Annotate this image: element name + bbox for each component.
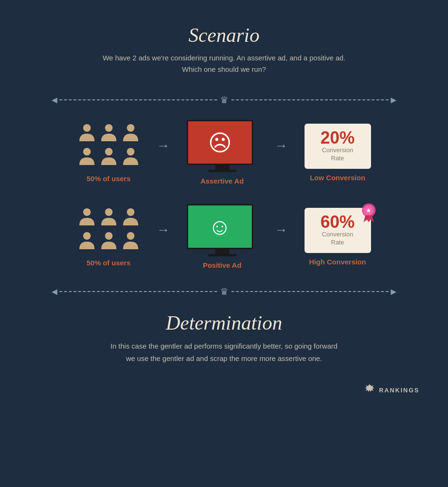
svg-point-3 bbox=[83, 148, 91, 156]
assertive-monitor-screen: ☹ bbox=[187, 120, 253, 165]
positive-monitor-group: ☺ Positive Ad bbox=[187, 204, 258, 269]
positive-conversion-percent: 60% bbox=[320, 214, 354, 231]
user-icon-12 bbox=[121, 230, 140, 251]
positive-users-group: 50% of users bbox=[77, 206, 140, 267]
user-icon-3 bbox=[121, 122, 140, 143]
arrow-right-icon: ► bbox=[389, 95, 398, 106]
assertive-conversion-group: 20% ConversionRate Low Conversion bbox=[305, 124, 371, 182]
positive-monitor-screen: ☺ bbox=[187, 204, 253, 249]
page-wrapper: Scenario We have 2 ads we're considering… bbox=[0, 0, 448, 416]
svg-point-5 bbox=[127, 148, 134, 156]
assertive-conversion-percent: 20% bbox=[320, 129, 354, 146]
svg-point-7 bbox=[105, 208, 113, 216]
assertive-monitor-group: ☹ Assertive Ad bbox=[187, 120, 258, 185]
svg-point-11 bbox=[127, 232, 134, 240]
positive-smiley: ☺ bbox=[208, 214, 231, 240]
svg-text:★: ★ bbox=[366, 207, 372, 214]
positive-monitor-label: Positive Ad bbox=[203, 261, 241, 269]
top-divider: ◄ ♛ ► bbox=[50, 94, 399, 106]
bottom-arrow-left-icon: ◄ bbox=[50, 286, 59, 297]
assertive-monitor-base bbox=[208, 170, 237, 172]
assertive-monitor-container: ☹ bbox=[187, 120, 258, 172]
svg-point-2 bbox=[127, 124, 134, 132]
bottom-arrow-right-icon: ► bbox=[389, 286, 398, 297]
positive-flow-arrow-1: → bbox=[157, 222, 170, 237]
rankings-logo-icon bbox=[364, 383, 375, 397]
positive-conversion-group: ★ 60% ConversionRate High Conversion bbox=[305, 208, 371, 266]
bottom-divider-line-left bbox=[59, 291, 217, 292]
user-icon-10 bbox=[77, 230, 96, 251]
assertive-conversion-card: 20% ConversionRate bbox=[305, 124, 371, 169]
user-icon-1 bbox=[77, 122, 96, 143]
determination-text: In this case the gentler ad performs sig… bbox=[111, 340, 338, 364]
assertive-flow-arrow-2: → bbox=[275, 138, 288, 153]
bottom-divider: ◄ ♛ ► bbox=[50, 286, 399, 297]
footer-brand-label: RANKINGS bbox=[379, 387, 419, 394]
positive-monitor-base bbox=[208, 254, 237, 256]
positive-monitor-container: ☺ bbox=[187, 204, 258, 256]
user-icon-4 bbox=[77, 146, 96, 167]
svg-marker-15 bbox=[363, 215, 369, 222]
scenario-title: Scenario bbox=[189, 24, 259, 47]
scenario-subtitle: We have 2 ads we're considering running.… bbox=[103, 52, 345, 75]
crown-icon: ♛ bbox=[220, 94, 229, 106]
svg-point-8 bbox=[127, 208, 134, 216]
positive-users-label: 50% of users bbox=[86, 259, 131, 267]
assertive-monitor-stand bbox=[215, 165, 229, 170]
user-icon-11 bbox=[99, 230, 118, 251]
svg-point-6 bbox=[83, 208, 91, 216]
assertive-flow-arrow-1: → bbox=[157, 138, 170, 153]
assertive-smiley: ☹ bbox=[208, 129, 232, 156]
user-icon-6 bbox=[121, 146, 140, 167]
positive-conversion-label: High Conversion bbox=[309, 258, 366, 266]
scenario-section: 50% of users → ☹ Assertive Ad → bbox=[19, 120, 429, 269]
svg-point-4 bbox=[105, 148, 113, 156]
assertive-conversion-label: Low Conversion bbox=[310, 174, 365, 182]
user-icon-2 bbox=[99, 122, 118, 143]
assertive-users-label: 50% of users bbox=[86, 175, 131, 183]
award-badge-icon: ★ bbox=[357, 201, 378, 222]
positive-monitor-stand bbox=[215, 249, 229, 254]
positive-conversion-card: ★ 60% ConversionRate bbox=[305, 208, 371, 253]
user-icon-9 bbox=[121, 206, 140, 227]
assertive-users-grid bbox=[77, 122, 140, 167]
assertive-monitor-label: Assertive Ad bbox=[200, 177, 244, 185]
bottom-divider-line-right bbox=[231, 291, 389, 292]
arrow-left-icon: ◄ bbox=[50, 95, 59, 106]
positive-flow-arrow-2: → bbox=[275, 222, 288, 237]
assertive-users-group: 50% of users bbox=[77, 122, 140, 183]
user-icon-5 bbox=[99, 146, 118, 167]
assertive-conversion-text: ConversionRate bbox=[322, 146, 353, 163]
determination-title: Determination bbox=[166, 312, 282, 334]
user-icon-7 bbox=[77, 206, 96, 227]
footer: RANKINGS bbox=[19, 383, 429, 397]
svg-point-10 bbox=[105, 232, 113, 240]
divider-line-left bbox=[59, 99, 217, 100]
user-icon-8 bbox=[99, 206, 118, 227]
positive-users-grid bbox=[77, 206, 140, 251]
svg-point-0 bbox=[83, 124, 91, 132]
svg-marker-16 bbox=[369, 215, 374, 222]
assertive-ad-row: 50% of users → ☹ Assertive Ad → bbox=[39, 120, 409, 185]
svg-point-1 bbox=[105, 124, 113, 132]
positive-ad-row: 50% of users → ☺ Positive Ad → bbox=[39, 204, 409, 269]
svg-point-9 bbox=[83, 232, 91, 240]
positive-conversion-text: ConversionRate bbox=[322, 231, 353, 247]
bottom-crown-icon: ♛ bbox=[220, 286, 229, 297]
divider-line-right bbox=[231, 99, 389, 100]
